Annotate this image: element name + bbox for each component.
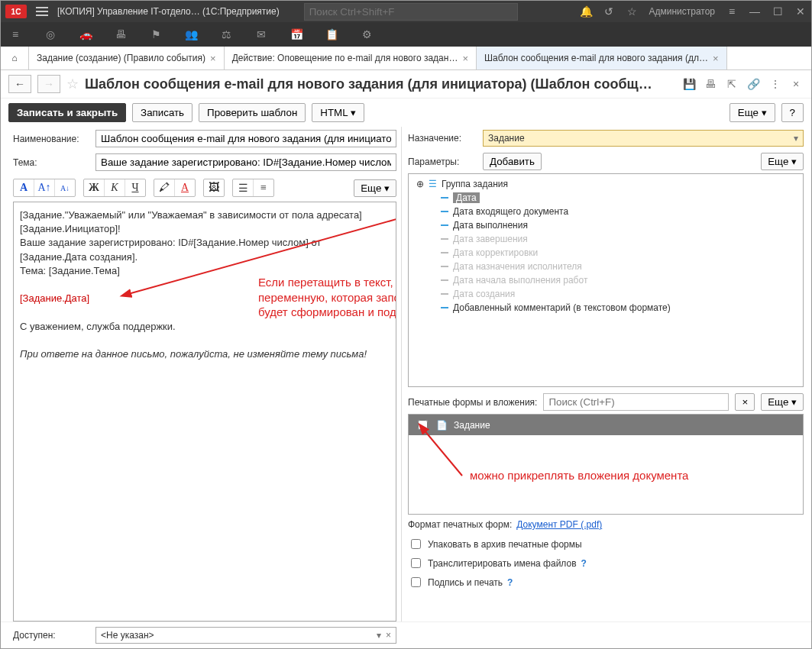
nav-back-button[interactable]: ←	[8, 75, 31, 93]
font-normal-icon[interactable]: A	[14, 179, 34, 196]
tab-1-label: Задание (создание) (Правило события)	[37, 53, 205, 63]
insert-image-icon[interactable]: 🖼	[204, 179, 224, 196]
nav-forward-button[interactable]: →	[37, 75, 60, 93]
highlight-icon[interactable]: 🖍	[154, 179, 175, 196]
gear-icon[interactable]: ⚙	[360, 27, 374, 41]
save-button[interactable]: Записать	[132, 103, 192, 122]
chk-sign[interactable]	[411, 577, 421, 587]
star-icon[interactable]: ☆	[626, 5, 638, 18]
print-hdr-icon[interactable]: 🖶	[703, 76, 718, 92]
params-label: Параметры:	[408, 157, 477, 167]
tree-item[interactable]: Дата корректировки	[409, 246, 803, 260]
kebab-icon[interactable]: ⋮	[767, 76, 782, 92]
params-tree[interactable]: ⊕ ☰ Группа задания Дата Дата входящего д…	[408, 173, 804, 387]
assign-field[interactable]: Задание ▾	[483, 130, 804, 147]
list-bullets-icon[interactable]: ☰	[233, 179, 254, 196]
save-close-button[interactable]: Записать и закрыть	[8, 103, 126, 122]
attach-search-input[interactable]	[543, 393, 729, 411]
tab-3-close-icon[interactable]: ×	[713, 53, 719, 64]
italic-icon[interactable]: К	[105, 179, 125, 196]
font-large-icon[interactable]: A↑	[34, 179, 55, 196]
editor-body[interactable]: [Задание."Уважаемый" или "Уважаемая" в з…	[13, 202, 396, 622]
tab-1-close-icon[interactable]: ×	[210, 53, 216, 64]
settings-icon[interactable]: ≡	[726, 5, 738, 18]
target-icon[interactable]: ◎	[44, 27, 57, 41]
attach-item-label: Задание	[454, 420, 490, 431]
doc-close-icon[interactable]: ×	[788, 76, 804, 92]
balance-icon[interactable]: ⚖	[219, 27, 233, 41]
link-icon[interactable]: 🔗	[746, 76, 761, 92]
chk-archive-label: Упаковать в архив печатные формы	[428, 539, 582, 550]
fmt-link[interactable]: Документ PDF (.pdf)	[516, 519, 602, 530]
tab-3[interactable]: Шаблон сообщения e-mail для нового задан…	[477, 47, 727, 69]
attach-more-button[interactable]: Еще ▾	[761, 393, 804, 411]
user-label[interactable]: Администратор	[649, 6, 715, 17]
save-icon[interactable]: 💾	[681, 76, 697, 92]
font-small-icon[interactable]: A↓	[55, 179, 75, 196]
favorite-star-icon[interactable]: ☆	[66, 76, 79, 92]
help-icon[interactable]: ?	[507, 577, 513, 588]
subject-input[interactable]	[95, 153, 396, 171]
chk-translit[interactable]	[411, 558, 421, 568]
tab-2[interactable]: Действие: Оповещение по e-mail для новог…	[225, 47, 477, 69]
bold-icon[interactable]: Ж	[84, 179, 105, 196]
clear-icon[interactable]: ×	[386, 630, 391, 641]
html-button[interactable]: HTML ▾	[312, 103, 364, 122]
tree-item[interactable]: Дата входящего документа	[409, 205, 803, 218]
tab-2-label: Действие: Оповещение по e-mail для новог…	[232, 53, 458, 63]
mail-icon[interactable]: ✉	[254, 27, 268, 41]
doc-icon: 📄	[436, 420, 448, 431]
tab-1[interactable]: Задание (создание) (Правило события) ×	[29, 47, 225, 69]
attach-checkbox[interactable]	[418, 420, 428, 430]
editor-toolbar: A A↑ A↓ Ж К Ч 🖍 A 🖼 ☰ ≡	[13, 179, 401, 197]
tree-group[interactable]: ⊕ ☰ Группа задания	[409, 177, 803, 191]
export-icon[interactable]: ⇱	[724, 76, 739, 92]
tree-item[interactable]: Дата выполнения	[409, 218, 803, 232]
history-icon[interactable]: ↺	[603, 5, 615, 18]
expand-icon[interactable]: ⊕	[416, 179, 424, 189]
close-icon[interactable]: ✕	[794, 5, 807, 18]
tree-item[interactable]: Дата начала выполнения работ	[409, 273, 803, 287]
global-search[interactable]	[304, 3, 518, 21]
hamburger-icon[interactable]	[36, 7, 48, 16]
calendar-icon[interactable]: 📅	[290, 27, 303, 41]
attach-list[interactable]: 📄 Задание можно прикреплять вложения док…	[408, 414, 804, 515]
chk-archive[interactable]	[411, 539, 421, 549]
tree-item[interactable]: Дата завершения	[409, 232, 803, 246]
help-icon[interactable]: ?	[581, 558, 587, 569]
annotation-attach-text: можно прикреплять вложения документа	[470, 468, 688, 483]
bell-icon[interactable]: 🔔	[580, 5, 592, 18]
home-tab[interactable]: ⌂	[1, 47, 29, 69]
params-more-button[interactable]: Еще ▾	[761, 153, 804, 170]
add-param-button[interactable]: Добавить	[483, 153, 542, 170]
available-select[interactable]: <Не указан> ▾×	[95, 627, 396, 644]
clipboard-icon[interactable]: 📋	[325, 27, 338, 41]
attach-clear-button[interactable]: ×	[735, 393, 755, 411]
help-button[interactable]: ?	[781, 103, 804, 122]
left-pane: Наименование: Тема: A A↑ A↓ Ж К Ч	[1, 127, 402, 622]
chevron-down-icon[interactable]: ▾	[794, 133, 798, 144]
print-icon[interactable]: 🖶	[114, 27, 128, 41]
check-template-button[interactable]: Проверить шаблон	[199, 103, 306, 122]
tree-item[interactable]: Дата назначения исполнителя	[409, 260, 803, 273]
flag-icon[interactable]: ⚑	[149, 27, 163, 41]
name-input[interactable]	[95, 130, 396, 147]
users-icon[interactable]: 👥	[184, 27, 198, 41]
maximize-icon[interactable]: ☐	[772, 5, 784, 18]
list-numbers-icon[interactable]: ≡	[254, 179, 273, 196]
tab-2-close-icon[interactable]: ×	[462, 53, 468, 64]
tree-item[interactable]: Добавленный комментарий (в текстовом фор…	[409, 301, 803, 315]
car-icon[interactable]: 🚗	[79, 27, 92, 41]
chevron-down-icon[interactable]: ▾	[377, 630, 381, 641]
underline-icon[interactable]: Ч	[125, 179, 145, 196]
font-color-icon[interactable]: A	[175, 179, 195, 196]
more-button[interactable]: Еще ▾	[730, 103, 775, 122]
menu-icon[interactable]: ≡	[8, 27, 22, 41]
attach-item-row[interactable]: 📄 Задание	[409, 415, 803, 435]
global-search-input[interactable]	[304, 3, 518, 21]
tree-item[interactable]: Дата	[409, 191, 803, 205]
editor-more-button[interactable]: Еще ▾	[354, 179, 396, 197]
minimize-icon[interactable]: —	[749, 5, 761, 18]
tree-item[interactable]: Дата создания	[409, 287, 803, 301]
chevron-down-icon: ▾	[351, 107, 356, 118]
